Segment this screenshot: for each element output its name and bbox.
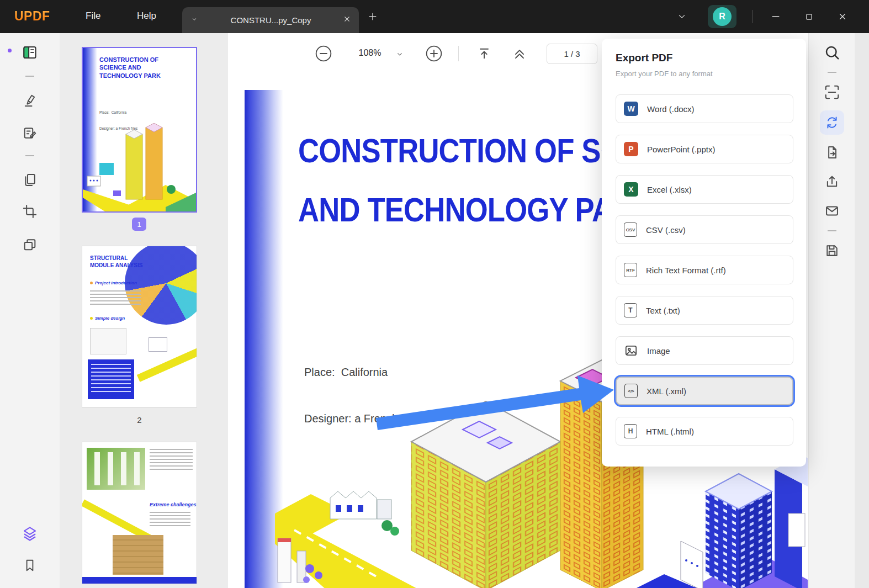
excel-icon: X (624, 182, 638, 197)
bookmark-icon (23, 558, 37, 573)
page-thumbnail-1[interactable]: CONSTRUCTION OF SCIENCE AND TECHNOLOGY P… (82, 47, 197, 213)
save-button[interactable] (824, 243, 840, 258)
page-thumbnail-2[interactable]: STRUCTURAL MODULE ANALYSIS Project intro… (82, 246, 197, 407)
zoom-out-icon (315, 45, 332, 62)
export-option-text[interactable]: T Text (.txt) (616, 296, 793, 325)
ocr-button[interactable] (824, 84, 840, 100)
export-panel-title: Export PDF (616, 52, 793, 64)
export-option-csv[interactable]: CSV CSV (.csv) (616, 215, 793, 244)
thumb3-photo-brick (113, 535, 163, 575)
zoom-in-button[interactable] (425, 45, 443, 62)
export-option-label: Excel (.xlsx) (647, 185, 692, 194)
xml-icon: </> (624, 384, 638, 398)
export-option-label: Word (.docx) (647, 104, 695, 114)
export-option-label: XML (.xml) (647, 386, 686, 396)
html-icon: H (624, 424, 637, 438)
page-thumbnail-3[interactable]: Extreme challenges (82, 442, 197, 584)
chevron-down-icon (395, 50, 404, 59)
minimize-button[interactable] (765, 7, 787, 27)
export-format-list: W Word (.docx) P PowerPoint (.pptx) X Ex… (616, 94, 793, 446)
new-tab-button[interactable] (362, 7, 384, 27)
thumb3-photo-green (87, 448, 145, 490)
account-button[interactable]: R (708, 5, 736, 28)
export-doc-icon (824, 145, 840, 160)
export-option-powerpoint[interactable]: P PowerPoint (.pptx) (616, 135, 793, 163)
export-page-button[interactable] (824, 145, 840, 160)
email-button[interactable] (824, 203, 840, 219)
tab-close-icon[interactable] (343, 15, 351, 25)
highlighter-icon (22, 92, 38, 108)
export-option-label: PowerPoint (.pptx) (647, 145, 715, 154)
share-button[interactable] (824, 174, 840, 189)
export-option-label: CSV (.csv) (646, 225, 686, 235)
menu-file[interactable]: File (86, 10, 100, 22)
export-panel-subtitle: Export your PDF to any format (616, 70, 793, 78)
page-edit-button[interactable] (22, 172, 38, 188)
toolbar-collapse-chevron[interactable] (671, 7, 693, 27)
export-option-word[interactable]: W Word (.docx) (616, 94, 793, 123)
export-option-xml[interactable]: </> XML (.xml) (616, 377, 793, 405)
organize-icon (22, 237, 38, 252)
previous-view-button[interactable] (512, 46, 527, 61)
collapse-top-icon (476, 46, 492, 61)
organize-pages-button[interactable] (22, 237, 38, 252)
rail-divider (25, 155, 34, 156)
thumb2-building-art (149, 337, 167, 352)
comment-tool-button[interactable] (22, 125, 38, 141)
word-icon: W (624, 102, 638, 116)
layers-panel-button[interactable] (22, 525, 38, 542)
export-option-image[interactable]: Image (616, 336, 793, 365)
export-option-rtf[interactable]: RTF Rich Text Format (.rtf) (616, 256, 793, 284)
search-button[interactable] (824, 44, 840, 61)
bullet-dot (90, 282, 93, 284)
edit-note-icon (22, 125, 38, 141)
document-tab[interactable]: CONSTRU...py_Copy (182, 7, 359, 33)
rail-divider (828, 230, 836, 231)
avatar: R (713, 7, 732, 26)
thumb2-bullet1: Project introduction (90, 280, 137, 285)
titlebar: UPDF File Help CONSTRU...py_Copy R (0, 0, 869, 33)
export-option-html[interactable]: H HTML (.html) (616, 417, 793, 446)
crop-tool-button[interactable] (22, 204, 38, 219)
zoom-in-icon (425, 45, 443, 62)
thumb3-bullet: Extreme challenges (150, 502, 197, 507)
maximize-button[interactable] (798, 7, 820, 27)
scrollbar-track[interactable] (855, 33, 869, 588)
highlight-tool-button[interactable] (22, 92, 38, 108)
save-icon (824, 243, 840, 258)
pages-icon (22, 172, 38, 188)
export-pdf-button[interactable] (820, 110, 844, 135)
right-toolbar (808, 33, 855, 588)
notification-dot (8, 49, 12, 52)
share-icon (824, 174, 840, 189)
thumbnail-panel-toggle[interactable] (22, 44, 38, 61)
thumb2-sketch (90, 328, 126, 354)
export-option-label: HTML (.html) (646, 427, 694, 436)
zoom-dropdown[interactable] (395, 50, 404, 59)
export-option-excel[interactable]: X Excel (.xlsx) (616, 175, 793, 204)
thumb1-page-badge: 1 (132, 218, 146, 231)
thumb2-page-label: 2 (82, 415, 197, 425)
powerpoint-icon: P (624, 142, 638, 156)
ocr-scan-icon (824, 84, 840, 100)
bullet-dot (90, 317, 93, 320)
export-option-label: Text (.txt) (646, 306, 680, 315)
csv-icon: CSV (624, 223, 637, 237)
menu-help[interactable]: Help (137, 10, 156, 22)
close-button[interactable] (831, 7, 854, 27)
zoom-out-button[interactable] (315, 45, 332, 62)
bookmark-panel-button[interactable] (23, 558, 37, 573)
reader-icon (22, 44, 38, 61)
rail-divider (25, 76, 34, 77)
double-chevron-up-icon (512, 46, 527, 61)
scroll-to-top-button[interactable] (476, 46, 492, 61)
tab-chevron-icon[interactable] (190, 15, 199, 26)
thumb2-title: STRUCTURAL MODULE ANALYSIS (90, 255, 151, 269)
image-icon (624, 343, 638, 358)
search-icon (824, 44, 840, 61)
export-pdf-panel: Export PDF Export your PDF to any format… (602, 39, 806, 467)
zoom-level[interactable]: 108% (352, 48, 388, 58)
page-indicator[interactable]: 1 / 3 (547, 44, 597, 64)
export-option-label: Image (647, 346, 670, 356)
rail-divider (828, 72, 836, 73)
